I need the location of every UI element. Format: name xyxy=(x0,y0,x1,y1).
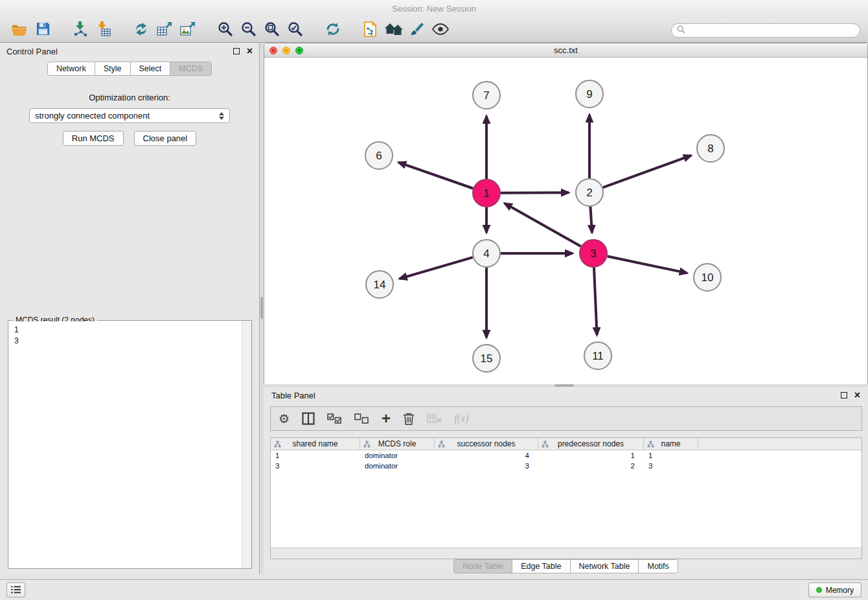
node-14[interactable]: 14 xyxy=(366,271,393,298)
search-input[interactable] xyxy=(689,26,854,35)
network-canvas[interactable]: 7968124314101511 xyxy=(264,58,867,384)
float-panel-icon[interactable] xyxy=(233,48,240,54)
table-row[interactable]: 1dominator411 xyxy=(271,450,862,461)
vertical-splitter-handle[interactable] xyxy=(260,297,263,319)
mcds-result-box: MCDS result (2 nodes) 13 xyxy=(8,320,252,569)
node-label: 7 xyxy=(483,89,489,102)
node-6[interactable]: 6 xyxy=(365,142,393,169)
node-label: 10 xyxy=(702,271,714,284)
node-8[interactable]: 8 xyxy=(697,135,724,162)
node-10[interactable]: 10 xyxy=(694,264,721,291)
zoom-out-icon xyxy=(241,21,257,40)
save-session-icon xyxy=(36,21,51,39)
tab-edge-table[interactable]: Edge Table xyxy=(512,559,570,573)
tab-mcds[interactable]: MCDS xyxy=(170,62,212,76)
column-header-label: name xyxy=(661,439,680,448)
column-header-name[interactable]: name xyxy=(644,438,698,450)
show-columns-icon[interactable] xyxy=(302,409,315,428)
node-2[interactable]: 2 xyxy=(576,179,603,206)
result-scrollbar[interactable] xyxy=(242,321,251,568)
network-graph[interactable]: 7968124314101511 xyxy=(264,58,867,384)
task-history-button[interactable] xyxy=(6,583,25,597)
copy-view-button[interactable] xyxy=(359,20,382,41)
select-all-columns-icon[interactable] xyxy=(327,409,342,428)
node-9[interactable]: 9 xyxy=(576,80,603,108)
unselect-all-columns-icon[interactable] xyxy=(354,409,369,428)
table-body: 1dominator4113dominator323 xyxy=(271,450,862,548)
close-panel-button[interactable]: Close panel xyxy=(134,131,197,146)
node-15[interactable]: 15 xyxy=(473,345,500,372)
edge-2-8[interactable] xyxy=(603,156,691,188)
open-session-button[interactable] xyxy=(8,20,31,41)
delete-column-icon[interactable] xyxy=(403,409,415,428)
node-1[interactable]: 1 xyxy=(473,179,500,207)
edge-1-2[interactable] xyxy=(501,192,569,193)
home-button[interactable] xyxy=(382,20,405,41)
mcds-result-list: 13 xyxy=(8,321,241,568)
node-4[interactable]: 4 xyxy=(473,240,500,267)
window-close-icon[interactable] xyxy=(269,47,277,54)
search-box[interactable] xyxy=(671,23,860,38)
tab-node-table[interactable]: Node Table xyxy=(453,559,512,573)
apply-style-button[interactable] xyxy=(405,20,429,41)
column-header-shared-name[interactable]: shared name xyxy=(271,438,360,450)
node-label: 15 xyxy=(481,352,493,365)
table-cell: dominator xyxy=(360,450,435,461)
table-row[interactable]: 3dominator323 xyxy=(271,461,862,471)
zoom-in-button[interactable] xyxy=(214,20,237,41)
memory-label: Memory xyxy=(826,586,854,595)
zoom-selected-button[interactable] xyxy=(284,20,307,41)
network-window-titlebar[interactable]: scc.txt xyxy=(264,43,867,58)
edge-4-14[interactable] xyxy=(400,257,473,279)
column-header-predecessor-nodes[interactable]: predecessor nodes xyxy=(538,438,644,450)
main-toolbar xyxy=(0,18,868,43)
export-table-button[interactable] xyxy=(153,20,176,41)
criterion-dropdown[interactable]: strongly connected component xyxy=(29,108,230,123)
node-7[interactable]: 7 xyxy=(473,82,500,109)
zoom-fit-icon xyxy=(264,21,280,40)
zoom-out-button[interactable] xyxy=(237,20,260,41)
export-network-button[interactable] xyxy=(130,20,153,41)
node-11[interactable]: 11 xyxy=(584,342,611,369)
edge-1-6[interactable] xyxy=(398,163,473,189)
tab-network-table[interactable]: Network Table xyxy=(570,559,639,573)
close-table-panel-icon[interactable]: × xyxy=(854,392,860,398)
tab-select[interactable]: Select xyxy=(130,62,171,76)
column-header-mcds-role[interactable]: MCDS role xyxy=(360,438,435,450)
column-tree-icon xyxy=(438,441,445,448)
add-column-icon[interactable]: + xyxy=(382,409,391,428)
edge-3-1[interactable] xyxy=(505,203,581,246)
eye-icon xyxy=(432,23,449,38)
column-header-label: MCDS role xyxy=(378,439,417,448)
show-hide-button[interactable] xyxy=(429,20,452,41)
run-mcds-button[interactable]: Run MCDS xyxy=(63,131,124,146)
node-label: 1 xyxy=(483,187,489,200)
table-horizontal-scrollbar[interactable] xyxy=(271,548,862,559)
edge-2-3[interactable] xyxy=(590,207,592,233)
import-table-button[interactable] xyxy=(92,20,115,41)
open-session-icon xyxy=(11,22,28,39)
node-3[interactable]: 3 xyxy=(580,240,607,267)
import-network-button[interactable] xyxy=(69,20,92,41)
node-label: 4 xyxy=(483,248,489,260)
float-table-panel-icon[interactable] xyxy=(841,392,847,398)
table-cell: 1 xyxy=(644,450,698,461)
window-zoom-icon[interactable] xyxy=(295,47,303,54)
save-session-button[interactable] xyxy=(31,20,54,41)
memory-button[interactable]: Memory xyxy=(808,583,862,597)
column-tree-icon xyxy=(542,441,549,448)
column-header-successor-nodes[interactable]: successor nodes xyxy=(435,438,538,450)
tab-motifs[interactable]: Motifs xyxy=(638,559,678,573)
zoom-fit-button[interactable] xyxy=(260,20,284,41)
tab-style[interactable]: Style xyxy=(95,62,131,76)
edge-3-11[interactable] xyxy=(594,268,597,335)
close-panel-icon[interactable]: × xyxy=(247,48,253,54)
zoom-selected-icon xyxy=(288,21,303,40)
export-image-button[interactable] xyxy=(176,20,200,41)
tab-network[interactable]: Network xyxy=(47,62,95,76)
edge-3-10[interactable] xyxy=(608,257,687,273)
table-settings-gear-icon[interactable]: ⚙ xyxy=(279,409,290,428)
window-minimize-icon[interactable] xyxy=(282,47,290,54)
table-cell: 3 xyxy=(644,461,698,471)
refresh-button[interactable] xyxy=(321,20,345,41)
